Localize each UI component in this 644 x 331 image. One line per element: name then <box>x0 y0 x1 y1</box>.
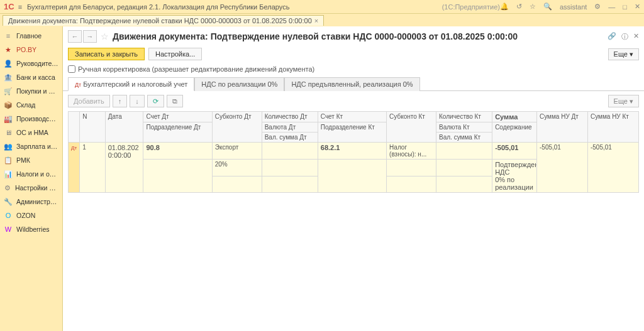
col-content[interactable]: Содержание <box>492 122 537 143</box>
window-tabbar: Движения документа: Подтверждение нулево… <box>0 14 644 26</box>
subtabs: ДтБухгалтерский и налоговый учетНДС по р… <box>63 77 644 91</box>
subtab-label: НДС по реализации 0% <box>201 80 277 88</box>
settings-icon[interactable]: ⚙ <box>594 3 601 11</box>
cell-sub-kt: Налог (взносы): н... <box>387 143 436 160</box>
col-credit[interactable]: Счет Кт <box>318 112 386 122</box>
cell-sub-dt: Экспорт <box>212 143 262 160</box>
sidebar-item-11[interactable]: ⚙Настройки учета <box>0 181 62 195</box>
col-valsum-kt[interactable]: Вал. сумма Кт <box>436 133 492 143</box>
hamburger-icon[interactable]: ≡ <box>18 3 22 11</box>
manual-edit-checkbox[interactable] <box>68 65 75 73</box>
setup-button[interactable]: Настройка... <box>148 48 202 60</box>
sidebar-item-4[interactable]: 🛒Покупки и продажи <box>0 84 62 98</box>
col-nu-kt[interactable]: Сумма НУ Кт <box>587 112 638 143</box>
nav-label: Wildberries <box>16 225 50 233</box>
grid-more-button[interactable]: Еще▾ <box>608 95 639 107</box>
sidebar-item-10[interactable]: 📊Налоги и отчетность <box>0 167 62 181</box>
col-date[interactable]: Дата <box>105 112 143 143</box>
nav-label: Главное <box>16 32 42 40</box>
sidebar-item-8[interactable]: 👥Зарплата и кадры <box>0 139 62 153</box>
col-subkonto-dt[interactable]: Субконто Дт <box>212 112 262 143</box>
app-suffix: (1С:Предприятие) <box>442 3 500 11</box>
nav-icon: 🖥 <box>4 128 13 137</box>
col-sum[interactable]: Сумма <box>492 112 537 122</box>
main-content: ← → ☆ Движения документа: Подтверждение … <box>63 26 644 331</box>
link-icon[interactable]: 🔗 <box>608 32 616 41</box>
col-cur-dt[interactable]: Валюта Дт <box>262 122 318 133</box>
nav-label: Руководителю <box>16 60 58 67</box>
minimize-icon[interactable]: — <box>608 3 615 11</box>
col-n[interactable]: N <box>80 112 105 143</box>
sidebar-item-2[interactable]: 👤Руководителю <box>0 57 62 70</box>
tab-icon: Дт <box>75 82 81 88</box>
favorite-star-icon[interactable]: ☆ <box>101 31 109 41</box>
save-close-button[interactable]: Записать и закрыть <box>68 48 145 60</box>
col-qty-kt[interactable]: Количество Кт <box>436 112 492 122</box>
close-icon[interactable]: ✕ <box>635 3 640 11</box>
cell-empty <box>318 160 386 193</box>
nav-forward-button[interactable]: → <box>83 30 97 43</box>
sidebar-item-13[interactable]: OOZON <box>0 209 62 222</box>
sidebar-item-6[interactable]: 🏭Производство <box>0 112 62 126</box>
sidebar-item-14[interactable]: WWildberries <box>0 222 62 236</box>
tab-close-icon[interactable]: × <box>314 17 318 24</box>
col-valsum-dt[interactable]: Вал. сумма Дт <box>262 133 318 143</box>
refresh-button[interactable]: ⟳ <box>147 95 164 107</box>
nav-label: Администрирование <box>16 198 58 205</box>
nav-back-button[interactable]: ← <box>68 30 82 43</box>
subtab-2[interactable]: НДС предъявленный, реализация 0% <box>284 77 419 91</box>
cell-date: 01.08.2020:00:00 <box>105 143 143 193</box>
col-debit-sub[interactable]: Подразделение Дт <box>143 122 212 143</box>
move-down-button[interactable]: ↓ <box>130 95 145 107</box>
nav-label: Покупки и продажи <box>16 87 58 95</box>
nav-icon: 👤 <box>4 59 13 68</box>
export-button[interactable]: ⧉ <box>167 95 183 107</box>
table-row[interactable]: Дт 1 01.08.2020:00:00 90.8 Экспорт 68.2.… <box>69 143 639 160</box>
accounting-grid[interactable]: N Дата Счет Дт Субконто Дт Количество Дт… <box>68 111 639 193</box>
search-icon[interactable]: 🔍 <box>543 3 552 11</box>
cell-rate-dt: 20% <box>212 160 262 176</box>
nav-icon: 👥 <box>4 142 13 151</box>
col-credit-sub[interactable]: Подразделение Кт <box>318 122 386 143</box>
sidebar-item-0[interactable]: ≡Главное <box>0 29 62 43</box>
cell-nu-dt: -505,01 <box>536 143 587 193</box>
sidebar-item-12[interactable]: 🔧Администрирование <box>0 195 62 209</box>
sidebar-item-7[interactable]: 🖥ОС и НМА <box>0 126 62 139</box>
page-header: ← → ☆ Движения документа: Подтверждение … <box>63 26 644 46</box>
sidebar-item-5[interactable]: 📦Склад <box>0 98 62 112</box>
more-button[interactable]: Еще▾ <box>608 48 639 60</box>
nav-label: Настройки учета <box>15 184 58 192</box>
star-icon[interactable]: ☆ <box>530 3 536 11</box>
bell-icon[interactable]: 🔔 <box>500 3 509 11</box>
titlebar: 1C ≡ Бухгалтерия для Беларуси, редакция … <box>0 0 644 14</box>
nav-label: РМК <box>16 156 30 164</box>
cell-sum: -505,01 <box>492 143 537 160</box>
user-label[interactable]: assistant <box>560 3 587 11</box>
grid-toolbar: Добавить ↑ ↓ ⟳ ⧉ Еще▾ <box>63 91 644 111</box>
move-up-button[interactable]: ↑ <box>113 95 128 107</box>
cell-nu-kt: -505,01 <box>587 143 638 193</box>
cell-acc-dt: 90.8 <box>143 143 212 160</box>
col-subkonto-kt[interactable]: Субконто Кт <box>387 112 436 143</box>
col-qty-dt[interactable]: Количество Дт <box>262 112 318 122</box>
nav-label: Банк и касса <box>16 73 55 81</box>
nav-label: Зарплата и кадры <box>16 143 58 150</box>
col-nu-dt[interactable]: Сумма НУ Дт <box>536 112 587 143</box>
add-button[interactable]: Добавить <box>68 95 110 107</box>
col-icon <box>69 112 80 143</box>
maximize-icon[interactable]: □ <box>623 3 627 11</box>
history-icon[interactable]: ↺ <box>516 3 522 11</box>
cell-qty-kt <box>436 143 492 160</box>
page-close-icon[interactable]: ✕ <box>633 32 639 41</box>
window-tab[interactable]: Движения документа: Подтверждение нулево… <box>3 15 324 26</box>
subtab-1[interactable]: НДС по реализации 0% <box>194 77 284 91</box>
sidebar-item-3[interactable]: 🏦Банк и касса <box>0 70 62 84</box>
nav-icon: ★ <box>4 45 13 54</box>
sidebar-item-9[interactable]: 📋РМК <box>0 153 62 167</box>
subtab-0[interactable]: ДтБухгалтерский и налоговый учет <box>68 77 194 91</box>
col-cur-kt[interactable]: Валюта Кт <box>436 122 492 133</box>
sidebar-item-1[interactable]: ★PO.BY <box>0 43 62 57</box>
nav-icon: ⚙ <box>4 183 11 192</box>
info-icon[interactable]: ⓘ <box>621 32 628 41</box>
col-debit[interactable]: Счет Дт <box>143 112 212 122</box>
